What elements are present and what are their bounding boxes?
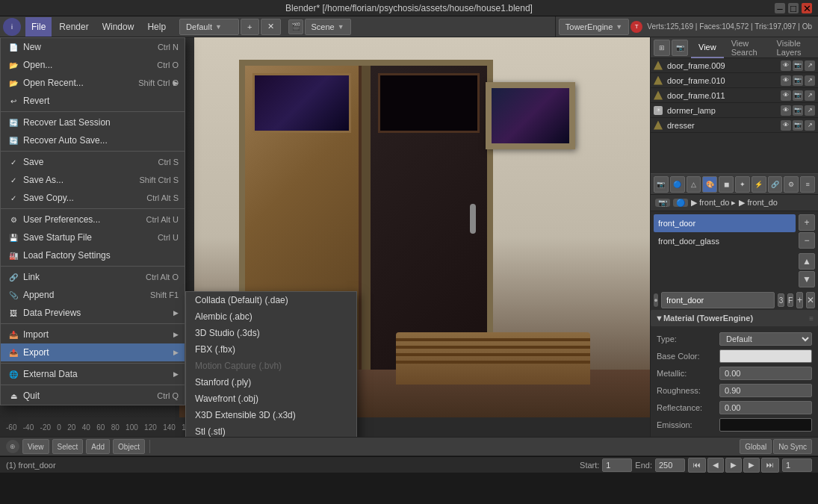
- add-btn[interactable]: Add: [86, 439, 110, 454]
- menu-import[interactable]: 📥 Import: [1, 326, 185, 343]
- visibility-icon[interactable]: 👁: [781, 60, 791, 71]
- prop-btn-mesh[interactable]: △: [687, 176, 701, 193]
- menu-file[interactable]: File: [25, 17, 52, 37]
- list-item[interactable]: door_frame.010 👁 📷 ↗: [651, 73, 818, 88]
- material-item-front-door[interactable]: front_door: [654, 214, 796, 232]
- menu-recover-auto[interactable]: 🔄 Recover Auto Save...: [1, 131, 185, 149]
- engine-selector[interactable]: TowerEngine ▼: [559, 19, 630, 35]
- render-icon[interactable]: 📷: [793, 105, 803, 116]
- prev-frame-btn[interactable]: ◀: [707, 458, 724, 473]
- base-color-value[interactable]: [719, 349, 812, 363]
- prop-btn-link[interactable]: 🔗: [768, 176, 783, 193]
- render-icon[interactable]: 📷: [793, 90, 803, 101]
- tab-search[interactable]: View Search: [724, 37, 769, 58]
- material-name-input[interactable]: [661, 292, 775, 308]
- roughness-value[interactable]: 0.90: [719, 384, 812, 397]
- menu-save[interactable]: ✓ Save Ctrl S: [1, 153, 185, 171]
- view-btn[interactable]: View: [22, 439, 49, 454]
- prop-btn-phys[interactable]: ⚡: [752, 176, 766, 193]
- global-btn[interactable]: Global: [740, 439, 772, 454]
- outliner-icon-btn-1[interactable]: ⊞: [654, 40, 670, 56]
- visibility-icon[interactable]: 👁: [781, 90, 791, 101]
- select-icon[interactable]: ↗: [805, 75, 815, 86]
- prop-btn-extra[interactable]: ⚙: [784, 176, 799, 193]
- visibility-icon[interactable]: 👁: [781, 105, 791, 116]
- start-input[interactable]: [602, 458, 632, 472]
- no-sync-btn[interactable]: No Sync: [773, 439, 812, 454]
- list-item[interactable]: door_frame.009 👁 📷 ↗: [651, 58, 818, 73]
- add-workspace-btn[interactable]: +: [241, 19, 258, 35]
- export-collada[interactable]: Collada (Default) (.dae): [186, 292, 356, 308]
- material-section-header[interactable]: ▼ Material (TowerEngine) ≡: [651, 310, 818, 326]
- mat-add-btn[interactable]: +: [799, 214, 815, 231]
- skip-start-btn[interactable]: ⏮: [688, 458, 706, 473]
- menu-export[interactable]: 📤 Export: [1, 343, 185, 361]
- list-item[interactable]: ☀ dormer_lamp 👁 📷 ↗: [651, 103, 818, 118]
- play-btn[interactable]: ▶: [725, 458, 742, 473]
- export-ply[interactable]: Stanford (.ply): [186, 374, 356, 391]
- end-input[interactable]: [655, 458, 685, 472]
- mat-add-new-btn[interactable]: +: [796, 292, 803, 308]
- skip-end-btn[interactable]: ⏭: [761, 458, 779, 473]
- menu-open-recent[interactable]: 📂 Open Recent... Shift Ctrl O: [1, 74, 185, 92]
- export-x3d[interactable]: X3D Extensible 3D (.x3d): [186, 407, 356, 423]
- object-btn[interactable]: Object: [113, 439, 145, 454]
- select-btn[interactable]: Select: [52, 439, 84, 454]
- menu-append[interactable]: 📎 Append Shift F1: [1, 286, 185, 304]
- select-icon[interactable]: ↗: [805, 120, 815, 131]
- menu-data-previews[interactable]: 🖼 Data Previews: [1, 304, 185, 322]
- select-icon[interactable]: ↗: [805, 60, 815, 71]
- export-obj[interactable]: Wavefront (.obj): [186, 391, 356, 407]
- minimize-button[interactable]: –: [775, 3, 785, 13]
- scene-selector[interactable]: Scene ▼: [305, 19, 351, 35]
- menu-render[interactable]: Render: [53, 17, 94, 37]
- menu-help[interactable]: Help: [141, 17, 172, 37]
- menu-open[interactable]: 📂 Open... Ctrl O: [1, 56, 185, 74]
- visibility-icon[interactable]: 👁: [781, 120, 791, 131]
- menu-external-data[interactable]: 🌐 External Data: [1, 365, 185, 383]
- menu-new[interactable]: 📄 New Ctrl N: [1, 38, 185, 56]
- workspace-selector[interactable]: Default ▼: [179, 19, 239, 35]
- visibility-icon[interactable]: 👁: [781, 75, 791, 86]
- select-icon[interactable]: ↗: [805, 105, 815, 116]
- menu-save-as[interactable]: ✓ Save As... Shift Ctrl S: [1, 171, 185, 189]
- emission-value[interactable]: [719, 418, 812, 432]
- mat-close-btn[interactable]: ✕: [806, 292, 815, 308]
- render-icon[interactable]: 📷: [793, 75, 803, 86]
- mat-remove-btn[interactable]: −: [799, 232, 815, 249]
- tab-view[interactable]: View: [691, 37, 724, 58]
- select-icon[interactable]: ↗: [805, 90, 815, 101]
- prop-btn-obj[interactable]: 🔵: [670, 176, 685, 193]
- menu-quit[interactable]: ⏏ Quit Ctrl Q: [1, 387, 185, 405]
- mat-move-down-btn[interactable]: ▼: [799, 271, 815, 287]
- prop-btn-part[interactable]: ✦: [735, 176, 750, 193]
- menu-revert[interactable]: ↩ Revert: [1, 92, 185, 110]
- remove-workspace-btn[interactable]: ✕: [261, 19, 281, 35]
- render-icon[interactable]: 📷: [793, 120, 803, 131]
- list-item[interactable]: dresser 👁 📷 ↗: [651, 118, 818, 133]
- menu-window[interactable]: Window: [96, 17, 140, 37]
- export-fbx[interactable]: FBX (.fbx): [186, 341, 356, 358]
- current-frame-input[interactable]: [782, 458, 812, 472]
- outliner-icon-btn-2[interactable]: 📷: [672, 40, 688, 56]
- menu-save-copy[interactable]: ✓ Save Copy... Ctrl Alt S: [1, 189, 185, 207]
- reflectance-value[interactable]: 0.00: [719, 401, 812, 414]
- prop-btn-extra2[interactable]: ≡: [800, 176, 815, 193]
- close-button[interactable]: ✕: [802, 3, 812, 13]
- menu-load-factory[interactable]: 🏭 Load Factory Settings: [1, 246, 185, 264]
- render-icon[interactable]: 📷: [793, 60, 803, 71]
- prop-btn-mat[interactable]: 🎨: [702, 176, 717, 193]
- menu-save-startup[interactable]: 💾 Save Startup File Ctrl U: [1, 228, 185, 246]
- export-alembic[interactable]: Alembic (.abc): [186, 308, 356, 325]
- menu-user-prefs[interactable]: ⚙ User Preferences... Ctrl Alt U: [1, 211, 185, 228]
- type-select[interactable]: Default: [719, 332, 812, 346]
- viewport-area[interactable]: -60 -40 -20 -60 -40 -20 0 20 40 60 80 10…: [0, 37, 650, 437]
- metallic-value[interactable]: 0.00: [719, 367, 812, 380]
- menu-link[interactable]: 🔗 Link Ctrl Alt O: [1, 268, 185, 286]
- prop-btn-cam[interactable]: 📷: [654, 176, 669, 193]
- export-3ds[interactable]: 3D Studio (.3ds): [186, 325, 356, 341]
- export-stl[interactable]: Stl (.stl): [186, 423, 356, 437]
- material-item-front-door-glass[interactable]: front_door_glass: [654, 232, 796, 250]
- prop-btn-tex[interactable]: ◼: [719, 176, 734, 193]
- list-item[interactable]: door_frame.011 👁 📷 ↗: [651, 88, 818, 103]
